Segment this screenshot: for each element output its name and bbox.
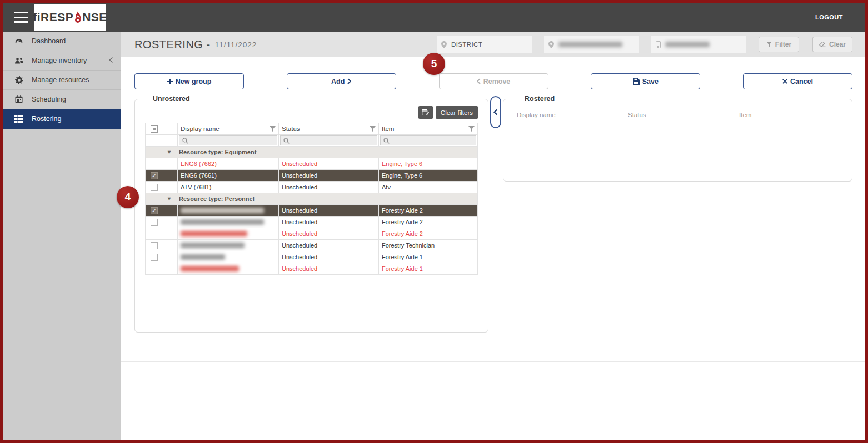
roster-panels: Unrostered Clear filters xyxy=(134,95,852,333)
row-expand-cell xyxy=(163,217,178,228)
save-button-label: Save xyxy=(642,78,659,85)
row-checkbox-cell[interactable] xyxy=(146,240,163,251)
row-item: Forestry Technician xyxy=(379,240,478,251)
table-row[interactable]: UnscheduledForestry Technician xyxy=(146,240,478,251)
select-all-cell[interactable] xyxy=(146,123,163,135)
row-display-name xyxy=(178,263,279,275)
content-divider xyxy=(121,361,865,362)
topbar: fiRESP NSE LOGOUT xyxy=(3,3,865,32)
sidebar-item-rostering[interactable]: Rostering xyxy=(3,109,121,129)
row-checkbox[interactable] xyxy=(151,219,158,226)
row-item: Forestry Aide 1 xyxy=(379,263,478,275)
save-button[interactable]: Save xyxy=(591,73,700,89)
row-status: Unscheduled xyxy=(279,205,379,217)
funnel-icon[interactable] xyxy=(370,126,376,132)
list-icon xyxy=(14,115,24,123)
unrostered-table: Display name Status Item xyxy=(145,123,478,275)
rostered-panel-legend: Rostered xyxy=(521,95,558,103)
sidebar-item-manage-inventory[interactable]: Manage inventory xyxy=(3,51,121,71)
sidebar-item-label: Manage inventory xyxy=(32,57,87,64)
row-checkbox-cell[interactable]: ✓ xyxy=(146,205,163,217)
row-checkbox-cell[interactable] xyxy=(146,217,163,228)
row-checkbox[interactable]: ✓ xyxy=(151,172,158,179)
column-chooser-button[interactable] xyxy=(418,106,433,119)
expand-column-header xyxy=(163,123,178,135)
row-checkbox-cell xyxy=(146,228,163,240)
sidebar-item-dashboard[interactable]: Dashboard xyxy=(3,32,121,51)
sidebar-item-manage-resources[interactable]: Manage resources xyxy=(3,71,121,90)
row-expand-cell xyxy=(163,240,178,251)
collapse-group-icon[interactable]: ▾ xyxy=(168,149,171,155)
calendar-icon xyxy=(14,95,24,103)
eraser-icon xyxy=(819,42,826,47)
district-filter-input[interactable]: DISTRICT xyxy=(437,36,532,53)
blurred-name xyxy=(181,254,225,260)
column-header-label: Status xyxy=(282,125,300,132)
table-row[interactable]: ✓ENG6 (7661)UnscheduledEngine, Type 6 xyxy=(146,170,478,182)
clear-filters-button[interactable]: Clear filters xyxy=(436,106,478,119)
group-row-label: Resource type: Equipment xyxy=(179,149,256,155)
row-item: Engine, Type 6 xyxy=(379,158,478,170)
row-checkbox-cell xyxy=(146,158,163,170)
row-display-name xyxy=(178,251,279,263)
table-row[interactable]: UnscheduledForestry Aide 2 xyxy=(146,228,478,240)
table-row[interactable]: UnscheduledForestry Aide 2 xyxy=(146,217,478,228)
group-row[interactable]: ▾Resource type: Equipment xyxy=(146,147,478,158)
region-filter-input[interactable] xyxy=(544,36,639,53)
funnel-icon[interactable] xyxy=(468,126,475,132)
row-expand-cell xyxy=(163,158,178,170)
clear-button[interactable]: Clear xyxy=(812,37,852,52)
sidebar-item-scheduling[interactable]: Scheduling xyxy=(3,90,121,109)
row-checkbox[interactable] xyxy=(151,242,158,249)
search-item-input[interactable] xyxy=(380,135,476,145)
group-row[interactable]: ▾Resource type: Personnel xyxy=(146,193,478,205)
unrostered-search-row xyxy=(146,135,478,147)
app-frame: fiRESP NSE LOGOUT Dashboard xyxy=(0,0,868,443)
collapse-panel-button[interactable] xyxy=(490,96,501,128)
row-checkbox[interactable] xyxy=(151,184,158,191)
sidebar: Dashboard Manage inventory Manage resour… xyxy=(3,32,121,440)
row-checkbox-cell[interactable]: ✓ xyxy=(146,170,163,182)
row-display-name: ENG6 (7662) xyxy=(178,158,279,170)
row-status: Unscheduled xyxy=(279,251,379,263)
blurred-name xyxy=(181,231,247,236)
table-row[interactable]: UnscheduledForestry Aide 1 xyxy=(146,263,478,275)
search-status-input[interactable] xyxy=(280,135,377,145)
table-row[interactable]: ✓UnscheduledForestry Aide 2 xyxy=(146,205,478,217)
row-checkbox-cell[interactable] xyxy=(146,251,163,263)
funnel-icon[interactable] xyxy=(270,126,276,132)
row-checkbox[interactable]: ✓ xyxy=(151,207,158,214)
hamburger-menu-icon[interactable] xyxy=(14,12,28,23)
app-logo: fiRESP NSE xyxy=(34,4,106,31)
select-all-checkbox[interactable] xyxy=(151,125,158,133)
add-button[interactable]: Add xyxy=(287,73,396,89)
table-row[interactable]: ENG6 (7662)UnscheduledEngine, Type 6 xyxy=(146,158,478,170)
search-display-name-input[interactable] xyxy=(179,135,277,145)
unrostered-header-row: Display name Status Item xyxy=(146,123,478,135)
logo-text: fiRESP NSE xyxy=(33,11,107,24)
table-row[interactable]: ATV (7681)UnscheduledAtv xyxy=(146,182,478,193)
column-header-label: Display name xyxy=(181,125,220,132)
cancel-button[interactable]: Cancel xyxy=(743,73,852,89)
collapse-group-icon[interactable]: ▾ xyxy=(168,195,171,202)
column-header-item[interactable]: Item xyxy=(379,123,478,135)
users-icon xyxy=(14,57,24,64)
row-expand-cell xyxy=(163,182,178,193)
remove-button[interactable]: Remove xyxy=(439,73,548,89)
row-status: Unscheduled xyxy=(279,217,379,228)
row-status: Unscheduled xyxy=(279,240,379,251)
building-icon xyxy=(656,41,661,48)
gauge-icon xyxy=(14,37,24,45)
unrostered-panel: Unrostered Clear filters xyxy=(134,95,488,333)
row-checkbox-cell[interactable] xyxy=(146,182,163,193)
new-group-button[interactable]: New group xyxy=(134,73,244,89)
table-row[interactable]: UnscheduledForestry Aide 1 xyxy=(146,251,478,263)
filter-button[interactable]: Filter xyxy=(759,37,799,52)
row-expand-cell xyxy=(163,251,178,263)
logout-button[interactable]: LOGOUT xyxy=(815,14,843,21)
station-filter-input[interactable] xyxy=(651,36,746,53)
column-header-status[interactable]: Status xyxy=(279,123,379,135)
column-header-display-name[interactable]: Display name xyxy=(178,123,279,135)
new-group-button-label: New group xyxy=(176,78,212,85)
row-checkbox[interactable] xyxy=(151,254,158,261)
